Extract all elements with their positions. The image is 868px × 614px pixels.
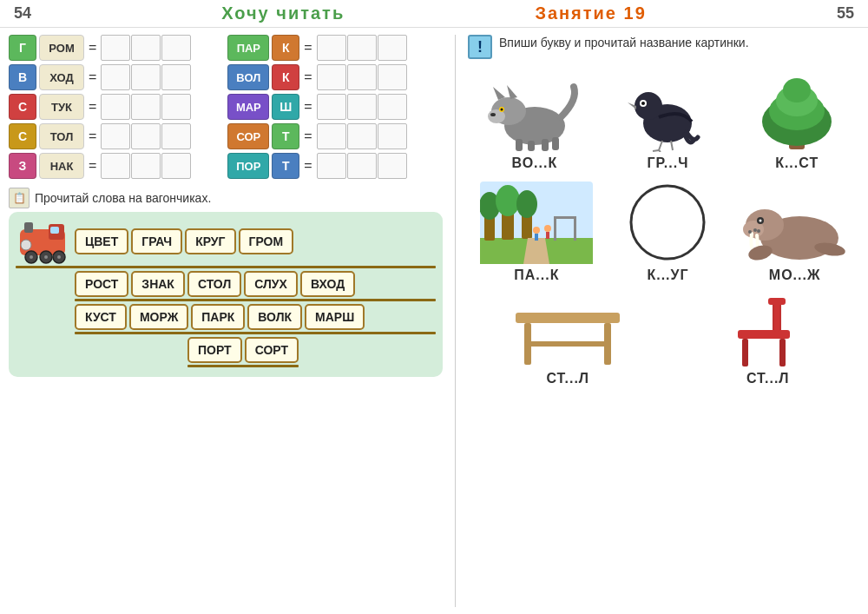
svg-point-44 [516,190,537,218]
cube-letter-g: Г [9,35,36,61]
answer-block[interactable] [347,94,377,120]
answer-block[interactable] [131,64,161,90]
image-item-circle: К...УГ [627,182,709,283]
answer-r2 [317,64,407,90]
svg-rect-71 [779,339,786,366]
cube-letter-s2: С [9,123,36,149]
equals-4: = [89,129,96,144]
train-car-morzh: МОРЖ [129,304,188,330]
train-car-park: ПАРК [191,304,245,330]
cube-word-mar: МАР [227,94,269,120]
cube-row-r4: СОР Т = [227,123,406,149]
answer-block[interactable] [347,64,377,90]
cube-word-tol: ТОЛ [39,123,84,149]
cube-row-3: С ТУК = [9,94,191,120]
answer-5 [101,153,191,179]
locomotive-icon [16,219,72,264]
cube-letter-z: З [9,153,36,179]
equals-3: = [89,99,96,115]
equals-1: = [89,40,96,56]
answer-block[interactable] [131,35,161,61]
images-middle-row: ПА...К К...УГ [468,182,859,283]
answer-block[interactable] [161,123,191,149]
cubes-right-column: ПАР К = ВОЛ К = [227,35,406,179]
answer-block[interactable] [378,153,407,179]
answer-block[interactable] [131,94,161,120]
exclamation-icon: ! [468,35,492,59]
answer-block[interactable] [161,35,191,61]
train-header: 📋 Прочитай слова на вагончиках. [9,188,443,208]
answer-block[interactable] [101,153,130,179]
cube-row-r5: ПОР Т = [227,153,406,179]
rail-1 [16,266,436,268]
answer-3 [101,94,191,120]
answer-block[interactable] [378,94,407,120]
images-top-row: ВО...К [468,69,859,171]
answer-block[interactable] [161,94,191,120]
svg-point-49 [533,227,540,234]
walrus-label: МО...Ж [769,267,821,283]
left-panel: Г РОМ = В ХОД = [9,35,443,607]
answer-block[interactable] [317,64,346,90]
answer-block[interactable] [347,153,377,179]
svg-rect-64 [516,313,620,323]
train-car-sluh: СЛУХ [244,271,298,297]
cube-word-par: ПАР [227,35,269,61]
cube-row-1: Г РОМ = [9,35,191,61]
crow-label: ГР...Ч [648,155,689,171]
answer-block[interactable] [317,35,346,61]
train-row-4: ПОРТ СОРТ [187,337,436,363]
instruction-box: ! Впиши букву и прочитай название картин… [468,35,859,59]
train-car-volk: ВОЛК [247,304,302,330]
svg-rect-21 [542,139,549,151]
answer-block[interactable] [378,64,407,90]
answer-block[interactable] [101,94,130,120]
cubes-left-column: Г РОМ = В ХОД = [9,35,191,179]
page-number-right: 55 [837,4,854,23]
answer-block[interactable] [378,123,407,149]
svg-rect-69 [738,330,790,339]
answer-block[interactable] [101,123,130,149]
equals-r5: = [304,158,312,174]
image-item-table: СТ...Л [511,294,624,386]
train-row-2: РОСТ ЗНАК СТОЛ СЛУХ ВХОД [75,271,436,297]
answer-block[interactable] [101,64,130,90]
equals-r1: = [304,40,312,56]
answer-r5 [317,153,407,179]
train-car-port: ПОРТ [187,337,242,363]
svg-rect-70 [742,339,748,366]
answer-block[interactable] [131,153,161,179]
header-title-right: Занятие 19 [535,3,646,23]
answer-block[interactable] [317,123,346,149]
cube-letter-s1: С [9,94,36,120]
circle-illustration [627,182,709,264]
svg-rect-67 [524,341,611,347]
svg-point-51 [544,225,551,232]
cube-word-por: ПОР [227,153,269,179]
answer-block[interactable] [317,153,346,179]
cube-letter-sh: Ш [272,94,299,120]
answer-block[interactable] [101,35,130,61]
image-item-walrus: МО...Ж [743,182,847,283]
svg-rect-2 [24,222,33,233]
answer-4 [101,123,191,149]
equals-r4: = [304,129,312,144]
train-car-grom: ГРОМ [239,228,294,254]
answer-block[interactable] [161,64,191,90]
answer-block[interactable] [347,123,377,149]
cube-row-4: С ТОЛ = [9,123,191,149]
answer-block[interactable] [131,123,161,149]
svg-point-61 [759,220,761,222]
train-car-vhod: ВХОД [300,271,355,297]
cube-word-sor: СОР [227,123,269,149]
chair-illustration [720,294,816,367]
image-item-wolf: ВО...К [483,69,587,171]
answer-block[interactable] [347,35,377,61]
park-label: ПА...К [514,267,559,283]
answer-block[interactable] [161,153,191,179]
vertical-divider [455,35,456,607]
svg-point-10 [57,255,61,259]
answer-block[interactable] [317,94,346,120]
page: 54 Хочу читать Занятие 19 55 Г РОМ = [0,0,868,614]
answer-block[interactable] [378,35,407,61]
